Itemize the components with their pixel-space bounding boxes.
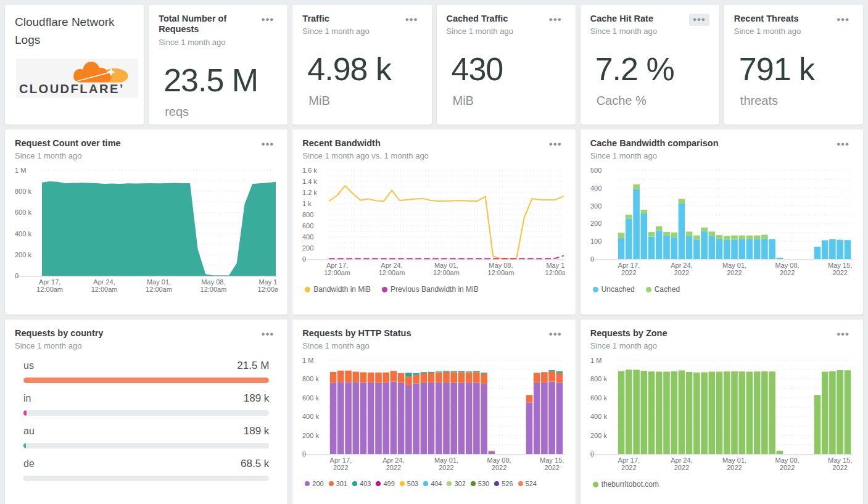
bar-segment[interactable] <box>428 373 435 382</box>
bar-segment[interactable] <box>746 372 753 455</box>
bar-segment[interactable] <box>671 238 677 260</box>
bar-segment[interactable] <box>481 374 488 384</box>
legend-item-530[interactable]: 530 <box>471 480 489 487</box>
bar-segment[interactable] <box>353 372 360 382</box>
area-series[interactable] <box>42 181 276 276</box>
bar-segment[interactable] <box>421 383 428 455</box>
bar-segment[interactable] <box>738 372 745 455</box>
card-menu-button[interactable]: ••• <box>833 14 853 26</box>
bar-segment[interactable] <box>549 382 556 454</box>
bar-segment[interactable] <box>678 371 685 455</box>
card-menu-button[interactable]: ••• <box>545 328 566 341</box>
bar-segment[interactable] <box>466 383 473 455</box>
legend-item-theburritobot-com[interactable]: theburritobot.com <box>593 480 659 489</box>
bar-segment[interactable] <box>754 236 761 239</box>
bar-segment[interactable] <box>671 233 677 238</box>
bar-segment[interactable] <box>383 383 390 455</box>
bar-segment[interactable] <box>458 373 465 383</box>
bar-segment[interactable] <box>663 232 670 236</box>
bar-segment[interactable] <box>391 371 397 382</box>
bar-segment[interactable] <box>428 372 435 373</box>
bar-segment[interactable] <box>345 382 352 454</box>
bar-segment[interactable] <box>444 371 450 373</box>
bar-segment[interactable] <box>656 231 663 260</box>
bar-segment[interactable] <box>473 373 480 383</box>
bar-segment[interactable] <box>731 240 738 260</box>
bar-segment[interactable] <box>473 383 480 455</box>
card-menu-button[interactable]: ••• <box>257 328 278 341</box>
country-row-de[interactable]: de68.5 k <box>23 458 269 481</box>
bar-segment[interactable] <box>473 371 480 373</box>
bar-segment[interactable] <box>451 383 458 455</box>
bar-segment[interactable] <box>633 189 640 259</box>
legend-item-404[interactable]: 404 <box>423 480 442 487</box>
bar-segment[interactable] <box>829 239 836 259</box>
bar-segment[interactable] <box>708 236 715 259</box>
bar-segment[interactable] <box>814 247 820 259</box>
bar-segment[interactable] <box>466 372 473 373</box>
line-series[interactable] <box>329 186 563 259</box>
bar-segment[interactable] <box>526 395 533 403</box>
legend-item-503[interactable]: 503 <box>400 480 418 487</box>
bar-segment[interactable] <box>829 371 836 454</box>
bar-segment[interactable] <box>549 370 556 371</box>
bar-segment[interactable] <box>421 373 428 374</box>
bar-segment[interactable] <box>776 451 783 454</box>
bar-segment[interactable] <box>724 372 730 455</box>
bar-segment[interactable] <box>534 373 540 383</box>
bar-segment[interactable] <box>656 372 663 455</box>
card-menu-button[interactable]: ••• <box>689 14 709 26</box>
bar-segment[interactable] <box>693 373 700 454</box>
bar-segment[interactable] <box>761 239 768 260</box>
legend-item-200[interactable]: 200 <box>305 480 323 487</box>
bar-segment[interactable] <box>626 215 632 218</box>
bar-segment[interactable] <box>405 376 412 386</box>
card-menu-button[interactable]: ••• <box>545 14 566 26</box>
bar-segment[interactable] <box>556 373 563 383</box>
bar-segment[interactable] <box>738 236 745 239</box>
bar-segment[interactable] <box>481 373 488 374</box>
bar-segment[interactable] <box>337 371 344 382</box>
bar-segment[interactable] <box>330 383 337 455</box>
bar-segment[interactable] <box>663 372 670 455</box>
bar-segment[interactable] <box>633 370 640 455</box>
bar-segment[interactable] <box>716 372 722 455</box>
legend-item-302[interactable]: 302 <box>447 480 465 487</box>
legend-item-bandwidth-in-mib[interactable]: Bandwidth in MiB <box>305 285 371 294</box>
legend-item-uncached[interactable]: Uncached <box>593 285 635 294</box>
bar-segment[interactable] <box>671 371 677 454</box>
card-menu-button[interactable]: ••• <box>402 14 422 26</box>
country-row-au[interactable]: au189 k <box>23 425 269 448</box>
bar-segment[interactable] <box>708 232 715 236</box>
card-menu-button[interactable]: ••• <box>257 138 278 151</box>
bar-segment[interactable] <box>489 451 495 452</box>
bar-segment[interactable] <box>481 384 488 455</box>
bar-segment[interactable] <box>716 239 722 259</box>
bar-segment[interactable] <box>444 372 450 382</box>
bar-segment[interactable] <box>330 372 337 383</box>
bar-segment[interactable] <box>360 383 367 455</box>
country-row-in[interactable]: in189 k <box>23 392 269 416</box>
bar-segment[interactable] <box>648 372 655 455</box>
bar-segment[interactable] <box>844 371 851 455</box>
card-menu-button[interactable]: ••• <box>833 328 853 341</box>
bar-segment[interactable] <box>724 236 730 240</box>
bar-segment[interactable] <box>814 395 820 455</box>
bar-segment[interactable] <box>724 240 730 259</box>
legend-item-301[interactable]: 301 <box>329 480 347 487</box>
bar-segment[interactable] <box>489 452 495 454</box>
bar-segment[interactable] <box>837 240 843 259</box>
bar-segment[interactable] <box>678 204 685 259</box>
bar-segment[interactable] <box>685 236 692 259</box>
card-menu-button[interactable]: ••• <box>833 138 853 151</box>
bar-segment[interactable] <box>368 383 374 455</box>
bar-segment[interactable] <box>822 241 829 260</box>
bar-segment[interactable] <box>405 373 412 377</box>
bar-segment[interactable] <box>776 258 783 259</box>
bar-segment[interactable] <box>822 372 829 455</box>
bar-segment[interactable] <box>731 236 738 240</box>
bar-segment[interactable] <box>413 375 420 384</box>
bar-segment[interactable] <box>701 228 708 231</box>
request-count-area-chart[interactable]: 1 M800 k600 k400 k200 k0Apr 17,12:00amAp… <box>15 164 278 297</box>
bar-segment[interactable] <box>436 383 442 455</box>
